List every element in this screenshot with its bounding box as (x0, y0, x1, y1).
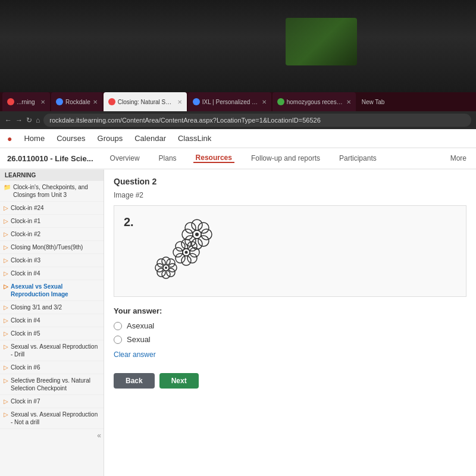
sidebar-item-9[interactable]: ▷ Clock in #4 (0, 314, 104, 327)
sidebar-item-15[interactable]: ▷ Sexual vs. Asexual Reproduction - Not … (0, 408, 104, 429)
sidebar-item-12[interactable]: ▷ Clock in #6 (0, 361, 104, 374)
doc-icon: ▷ (4, 364, 8, 371)
image-label: Image #2 (114, 191, 466, 199)
sidebar-item-asexual[interactable]: ▷ Asexual vs Sexual Reproduction Image (0, 280, 104, 301)
tab-resources[interactable]: Resources (193, 154, 234, 163)
svg-point-29 (165, 267, 167, 269)
address-input[interactable] (43, 114, 471, 127)
navigation-buttons: Back Next (114, 373, 466, 389)
nav-calendar[interactable]: Calendar (134, 134, 166, 143)
sidebar-item-label: Clock in #5 (11, 330, 40, 337)
doc-icon: ▷ (4, 218, 8, 224)
sidebar-item-10[interactable]: ▷ Clock in #5 (0, 327, 104, 340)
site-logo: ● (7, 134, 12, 143)
sidebar-item-13[interactable]: ▷ Selective Breeding vs. Natural Selecti… (0, 374, 104, 395)
question-image-svg (143, 215, 239, 287)
svg-point-2 (201, 229, 212, 240)
tab-rockdale[interactable]: Rockdale ✕ (51, 92, 102, 111)
tab-icon (56, 98, 63, 105)
tab-label: Rockdale (65, 99, 90, 105)
sidebar-item-label: Closing Mon(8th)/Tues(9th) (11, 243, 83, 251)
tab-close-btn[interactable]: ✕ (177, 99, 182, 105)
tab-homozygous[interactable]: homozygous recessiv... ✕ (273, 92, 356, 111)
doc-icon: ▷ (4, 304, 8, 311)
tab-close-btn[interactable]: ✕ (346, 99, 351, 105)
main-layout: LEARNING 📁 Clock-in's, Checkpoints, and … (0, 170, 476, 476)
question-title: Question 2 (114, 177, 466, 186)
sidebar-item-0[interactable]: 📁 Clock-in's, Checkpoints, and Closings … (0, 181, 104, 202)
sidebar-item-label: Selective Breeding vs. Natural Selection… (11, 377, 100, 392)
sidebar-item-label: Clock in #7 (11, 397, 40, 405)
question-image-container: 2. (114, 205, 466, 297)
tab-icon (7, 98, 14, 105)
option-sexual[interactable]: Sexual (114, 335, 466, 344)
answer-title: Your answer: (114, 306, 466, 315)
sidebar-footer: « (0, 429, 104, 442)
sidebar-section-title: LEARNING (0, 170, 104, 181)
radio-sexual[interactable] (114, 336, 122, 344)
option-sexual-label: Sexual (127, 335, 151, 344)
tab-new[interactable]: New Tab (357, 92, 390, 111)
sidebar-item-2[interactable]: ▷ Clock-in #1 (0, 215, 104, 228)
sidebar-item-4[interactable]: ▷ Closing Mon(8th)/Tues(9th) (0, 241, 104, 254)
sidebar-item-5[interactable]: ▷ Clock-in #3 (0, 254, 104, 267)
svg-point-9 (195, 233, 199, 236)
sidebar-item-label: Clock-in #2 (11, 230, 40, 238)
browser-tab-bar: ...rning ✕ Rockdale ✕ Closing: Natural S… (0, 92, 476, 111)
tab-close-btn[interactable]: ✕ (262, 99, 267, 105)
tab-participants[interactable]: Participants (337, 154, 379, 162)
collapse-sidebar-btn[interactable]: « (97, 431, 101, 440)
tab-label: ...rning (17, 99, 35, 105)
forward-nav-btn[interactable]: → (15, 116, 23, 124)
back-button[interactable]: Back (114, 373, 155, 389)
tab-label: New Tab (362, 99, 385, 105)
sidebar-item-14[interactable]: ▷ Clock in #7 (0, 395, 104, 408)
home-btn[interactable]: ⌂ (36, 116, 40, 124)
sidebar-item-label: Sexual vs. Asexual Reproduction - Drill (11, 343, 100, 358)
tab-overview[interactable]: Overview (108, 154, 142, 162)
answer-section: Your answer: Asexual Sexual Clear answer (114, 306, 466, 366)
svg-point-26 (155, 264, 164, 272)
svg-point-20 (162, 257, 170, 265)
nav-home[interactable]: Home (24, 134, 45, 143)
tab-close-btn[interactable]: ✕ (93, 99, 98, 105)
sidebar-item-3[interactable]: ▷ Clock-in #2 (0, 228, 104, 241)
clear-answer-link[interactable]: Clear answer (114, 350, 156, 359)
nav-classlink[interactable]: ClassLink (178, 134, 211, 143)
doc-icon: ▷ (4, 317, 8, 324)
tab-more[interactable]: More (448, 154, 469, 162)
reload-btn[interactable]: ↻ (26, 116, 32, 124)
nav-groups[interactable]: Groups (98, 134, 123, 143)
option-asexual[interactable]: Asexual (114, 321, 466, 330)
back-nav-btn[interactable]: ← (5, 116, 12, 124)
sidebar: LEARNING 📁 Clock-in's, Checkpoints, and … (0, 170, 104, 476)
sidebar-item-1[interactable]: ▷ Clock-in #24 (0, 202, 104, 215)
doc-icon: ▷ (4, 257, 8, 264)
doc-icon: ▷ (4, 343, 8, 350)
sidebar-item-label: Clock-in #24 (11, 204, 44, 212)
sidebar-item-label: Clock in #6 (11, 364, 40, 371)
tab-label: homozygous recessiv... (287, 99, 344, 105)
doc-icon: ▷ (4, 283, 8, 290)
site-nav: ● Home Courses Groups Calendar ClassLink (0, 129, 476, 148)
tab-followup[interactable]: Follow-up and reports (249, 154, 322, 162)
tab-closing[interactable]: Closing: Natural Selec... ✕ (104, 92, 187, 111)
sidebar-item-label: Sexual vs. Asexual Reproduction - Not a … (11, 411, 100, 426)
sidebar-item-label: Clock in #4 (11, 317, 40, 324)
question-number: 2. (124, 215, 134, 229)
sidebar-item-11[interactable]: ▷ Sexual vs. Asexual Reproduction - Dril… (0, 340, 104, 361)
tab-ixl[interactable]: IXL | Personalized skill... ✕ (188, 92, 271, 111)
sidebar-item-label: Clock in #4 (11, 270, 40, 277)
tab-close-btn[interactable]: ✕ (40, 99, 45, 105)
sidebar-item-6[interactable]: ▷ Clock in #4 (0, 267, 104, 280)
tab-learning[interactable]: ...rning ✕ (2, 92, 50, 111)
radio-asexual[interactable] (114, 322, 122, 330)
content-area: Question 2 Image #2 2. (104, 170, 476, 476)
tab-plans[interactable]: Plans (156, 154, 179, 162)
sidebar-item-label: Clock-in #1 (11, 217, 40, 225)
nav-courses[interactable]: Courses (57, 134, 85, 143)
next-button[interactable]: Next (159, 373, 199, 389)
sidebar-item-8[interactable]: ▷ Closing 3/1 and 3/2 (0, 301, 104, 314)
sidebar-item-label: Clock-in's, Checkpoints, and Closings fr… (13, 183, 100, 199)
tab-label: IXL | Personalized skill... (202, 99, 259, 105)
